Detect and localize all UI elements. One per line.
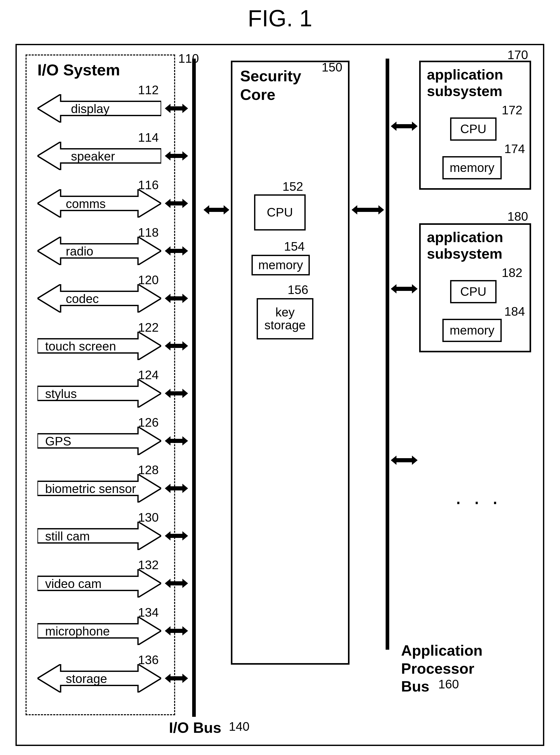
ref-io-system: 110 [178, 51, 199, 65]
svg-marker-19 [165, 531, 188, 541]
io-device-label: storage [66, 672, 107, 686]
conn-device-iobus [165, 341, 188, 352]
security-memory-label: memory [258, 259, 303, 272]
io-device-arrow-radio [37, 237, 161, 266]
ref-io-device: 114 [138, 130, 159, 144]
security-keystorage-box: key storage [257, 298, 314, 340]
conn-iobus-seccore [203, 205, 229, 214]
svg-marker-5 [165, 199, 188, 208]
svg-marker-25 [165, 674, 188, 683]
svg-marker-17 [165, 484, 188, 493]
io-device-label: stylus [45, 387, 77, 401]
io-device-label: microphone [45, 624, 110, 638]
svg-marker-21 [165, 579, 188, 588]
io-device-label: display [71, 102, 109, 116]
security-cpu-label: CPU [267, 206, 293, 219]
ref-io-device: 122 [138, 320, 159, 334]
io-device-label: codec [66, 292, 99, 306]
conn-device-iobus [165, 531, 188, 542]
svg-marker-27 [352, 205, 384, 214]
ref-io-bus: 140 [229, 719, 249, 734]
security-core-box [231, 61, 349, 665]
svg-marker-7 [165, 246, 188, 255]
conn-seccore-appbus [352, 205, 384, 214]
ref-io-device: 128 [138, 463, 159, 477]
app-subsystem-1-title: application subsystem [427, 66, 503, 100]
ref-app1-cpu: 172 [502, 103, 522, 117]
io-bus-bar [192, 59, 196, 717]
ref-io-device: 136 [138, 653, 159, 667]
io-system-title: I/O System [37, 61, 120, 79]
io-device-label: speaker [71, 149, 115, 163]
ref-io-device: 132 [138, 558, 159, 572]
conn-device-iobus [165, 246, 188, 256]
ref-app-subsystem-2: 180 [507, 209, 528, 224]
conn-device-iobus [165, 199, 188, 209]
app1-memory-box: memory [442, 156, 502, 179]
io-device-label: comms [66, 197, 106, 211]
svg-marker-1 [165, 104, 188, 113]
svg-marker-9 [165, 294, 188, 303]
svg-marker-26 [203, 205, 229, 214]
ref-io-device: 120 [138, 273, 159, 287]
ref-app-subsystem-1: 170 [507, 48, 528, 62]
security-core-title-text: Security Core [240, 67, 301, 103]
ref-io-device: 134 [138, 605, 159, 619]
io-device-label: GPS [45, 434, 71, 448]
app2-memory-box: memory [442, 319, 502, 342]
app1-cpu-box: CPU [450, 117, 497, 141]
security-cpu-box: CPU [254, 194, 306, 231]
security-keystorage-label: key storage [264, 306, 306, 332]
io-device-label: biometric sensor [45, 482, 136, 496]
security-memory-box: memory [252, 255, 310, 275]
conn-device-iobus [165, 436, 188, 447]
figure-title: FIG. 1 [0, 5, 560, 32]
ref-security-core: 150 [322, 60, 342, 74]
app-bus-bar [386, 59, 389, 650]
ref-io-device: 124 [138, 368, 159, 382]
conn-device-iobus [165, 389, 188, 399]
app2-cpu-box: CPU [450, 280, 497, 303]
svg-marker-30 [391, 456, 418, 465]
diagram-outer-box: I/O System 110 I/O Bus 140 Application P… [16, 44, 544, 746]
ref-io-device: 126 [138, 415, 159, 429]
app-subsystem-1-title-text: application subsystem [427, 66, 503, 99]
io-device-label: still cam [45, 529, 90, 543]
ellipsis: . . . [455, 484, 501, 509]
ref-security-keystorage: 156 [287, 283, 308, 297]
conn-device-iobus [165, 579, 188, 589]
ref-app-bus: 160 [438, 677, 459, 691]
security-core-title: Security Core [240, 67, 301, 104]
conn-device-iobus [165, 674, 188, 684]
conn-appbus-app2 [391, 284, 418, 293]
svg-marker-11 [165, 341, 188, 350]
conn-device-iobus [165, 626, 188, 637]
svg-marker-23 [165, 626, 188, 636]
app1-cpu-label: CPU [460, 122, 486, 136]
conn-appbus-ellipsis [391, 456, 418, 465]
conn-device-iobus [165, 151, 188, 161]
io-device-label: touch screen [45, 339, 116, 353]
io-device-label: video cam [45, 577, 102, 591]
svg-marker-29 [391, 284, 418, 293]
ref-app2-memory: 184 [504, 304, 525, 318]
svg-marker-13 [165, 389, 188, 398]
app2-memory-label: memory [449, 324, 494, 337]
ref-io-device: 116 [138, 178, 159, 192]
app1-memory-label: memory [449, 161, 494, 174]
io-device-label: radio [66, 244, 93, 258]
app-subsystem-2-title: application subsystem [427, 229, 503, 262]
svg-marker-28 [391, 121, 418, 131]
svg-marker-8 [37, 284, 161, 313]
ref-app1-memory: 174 [504, 142, 525, 156]
ref-app2-cpu: 182 [502, 266, 522, 280]
conn-device-iobus [165, 104, 188, 114]
ref-security-cpu: 152 [282, 179, 303, 194]
app-subsystem-2-title-text: application subsystem [427, 229, 503, 262]
ref-io-device: 130 [138, 510, 159, 524]
ref-security-memory: 154 [284, 239, 305, 253]
ref-io-device: 112 [138, 83, 159, 97]
svg-marker-3 [165, 151, 188, 160]
svg-marker-6 [37, 237, 161, 265]
svg-marker-15 [165, 436, 188, 446]
